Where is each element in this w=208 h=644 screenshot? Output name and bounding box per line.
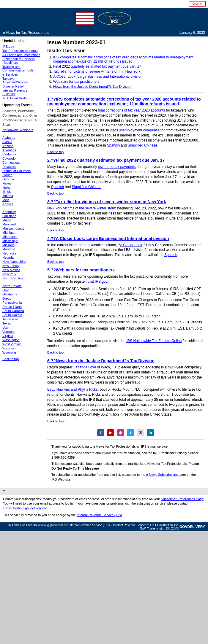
share-button[interactable]: SHARE (189, 1, 206, 7)
sidebar-state-montana[interactable]: Montana (2, 247, 40, 251)
sidebar-state-arkansas[interactable]: Arkansas (2, 148, 40, 152)
s1-link-uc[interactable]: unemployment compensation (119, 128, 166, 132)
sidebar-state-texas[interactable]: Texas (2, 322, 40, 325)
section-1-link[interactable]: 1.??IRS completes automatic corrections … (47, 97, 201, 106)
s6-link-hawkins[interactable]: Betty Hawkins and Phyllis Ricks (47, 387, 98, 392)
linkedin-icon[interactable]: in (147, 429, 154, 436)
s2-link-spanish[interactable]: Spanish (51, 185, 64, 189)
twitter-icon[interactable]: t (127, 429, 134, 436)
sidebar-state-massachusetts[interactable]: Massachusetts (2, 227, 40, 230)
sidebar-state-oklahoma[interactable]: Oklahoma (2, 292, 40, 296)
s4-back-to-top-link[interactable]: Back to top (47, 260, 64, 263)
s2-back-to-top-link[interactable]: Back to top (47, 192, 64, 195)
sidebar-link-training[interactable]: Training and Communication Tools (2, 65, 40, 72)
sidebar-state-new-jersey[interactable]: New Jersey (2, 264, 40, 268)
sidebar-state-hawaii[interactable]: Hawaii (2, 182, 40, 185)
youtube-icon[interactable]: ▶ (107, 429, 114, 436)
sidebar-state-oregon[interactable]: Oregon (2, 297, 40, 300)
sidebar-state-new-hampshire[interactable]: New Hampshire (2, 260, 40, 263)
sidebar-state-maryland[interactable]: Maryland (2, 222, 40, 226)
s1-link-spanish[interactable]: Spanish (107, 143, 120, 147)
sidebar-state-iowa[interactable]: Iowa (2, 198, 40, 202)
s1-back-to-top-link[interactable]: Back to top (47, 150, 64, 154)
sidebar-state-nevada[interactable]: Nevada (2, 256, 40, 259)
sidebar-link-irb[interactable]: Internal Revenue Bulletins (2, 89, 40, 96)
s1-link-corrections[interactable]: final corrections of tax year 2020 accou… (98, 108, 165, 112)
sidebar-state-california[interactable]: California (2, 152, 40, 156)
sidebar-state-new-york[interactable]: New York (2, 272, 40, 276)
toc-link-3[interactable]: Tax relief for victims of severe winter … (53, 69, 140, 74)
s4-link-closer-look[interactable]: A Closer Look (120, 243, 142, 247)
sidebar-link-taxpayer-advocate[interactable]: Taxpayer Advocate/Service (2, 77, 40, 84)
sidebar-state-virginia[interactable]: Virginia (2, 334, 40, 338)
sidebar-state-wyoming[interactable]: Wyoming (2, 351, 40, 354)
sidebar-link-nationwide[interactable]: Nationwide Webinars (2, 128, 40, 132)
toc-link-1[interactable]: IRS completes automatic corrections of t… (53, 55, 193, 63)
s2-link-estimated[interactable]: estimated tax payments (98, 165, 136, 169)
sidebar-link-disaster-relief[interactable]: Disaster Relief (2, 85, 40, 88)
sidebar-state-kansas[interactable]: Kansas (2, 202, 40, 206)
s6-link-loyd[interactable]: Labanda Loyd (73, 365, 96, 369)
s4-link-spanish[interactable]: Spanish (164, 253, 177, 257)
s1-link-chinese[interactable]: Simplified Chinese (128, 143, 157, 147)
sidebar-state-idaho[interactable]: Idaho (2, 186, 40, 189)
subscriberhelp-link[interactable]: subscriberhelp.govdelivery.com (3, 506, 48, 510)
sidebar-state-north-carolina[interactable]: North Carolina (2, 276, 40, 280)
toc-link-4[interactable]: A Closer Look: Large Business and Intern… (53, 74, 142, 79)
s5-link-irsgov[interactable]: visit IRS.gov (88, 279, 107, 284)
sidebar-link-forms[interactable]: All Forms and Instructions (2, 53, 40, 57)
irs-link[interactable]: Internal Revenue Service (IRS) (77, 513, 122, 517)
sidebar-back-to-top-link[interactable]: Back to top (2, 357, 40, 361)
section-6-link[interactable]: 6.??News from the Justice Department?s T… (47, 358, 155, 363)
section-3-link[interactable]: 3.??Tax relief for victims of severe win… (47, 199, 166, 204)
sidebar-link-social-media[interactable]: IRS Social Media (2, 96, 40, 100)
sidebar-state-connecticut[interactable]: Connecticut (2, 161, 40, 164)
subscriber-prefs-link[interactable]: Subscriber Preferences Page (161, 497, 204, 501)
section-4-link[interactable]: 4.??A Closer Look: Large Business and In… (47, 236, 169, 241)
sidebar-state-alabama[interactable]: Alabama (2, 136, 40, 139)
sidebar-state-south-carolina[interactable]: South Carolina (2, 309, 40, 313)
sidebar-state-vermont[interactable]: Vermont (2, 330, 40, 333)
section-5-link[interactable]: 5.??Webinars for tax practitioners (47, 268, 115, 272)
section-2-link[interactable]: 2.??Final 2022 quarterly estimated tax p… (47, 158, 165, 163)
sidebar-state-west-virginia[interactable]: West Virginia (2, 342, 40, 346)
sidebar-state-south-dakota[interactable]: South Dakota (2, 313, 40, 317)
sidebar-state-new-mexico[interactable]: New Mexico (2, 268, 40, 272)
sidebar-state-alaska[interactable]: Alaska (2, 140, 40, 144)
toc-link-5[interactable]: Webinars for tax practitioners (53, 79, 100, 84)
sidebar-state-tennessee[interactable]: Tennessee (2, 317, 40, 321)
sidebar-state-pennsylvania[interactable]: Pennsylvania (2, 301, 40, 304)
instagram-icon[interactable]: ◉ (117, 429, 124, 436)
sidebar-state-minnesota[interactable]: Minnesota (2, 235, 40, 238)
sidebar-link-stakeholders[interactable]: Stakeholders Partners' Headliners (2, 57, 40, 64)
sidebar-state-washington[interactable]: Washington (2, 338, 40, 342)
sidebar-state-delaware[interactable]: Delaware (2, 165, 40, 168)
s5-link-forums[interactable]: IRS Nationwide Tax Forums Online (126, 339, 182, 343)
sidebar-link-irsgov[interactable]: IRS.gov (2, 45, 40, 48)
sidebar-state-north-dakota[interactable]: North Dakota (2, 284, 40, 288)
sidebar-state-nebraska[interactable]: Nebraska (2, 252, 40, 255)
sidebar-state-georgia[interactable]: Georgia (2, 177, 40, 181)
s5-back-to-top-link[interactable]: Back to top (47, 351, 64, 354)
s2-link-chinese[interactable]: Simplified Chinese (72, 185, 101, 189)
sidebar-state-michigan[interactable]: Michigan (2, 231, 40, 234)
sidebar-state-indiana[interactable]: Indiana (2, 194, 40, 198)
sidebar-link-eservices[interactable]: e-Services (2, 73, 40, 76)
sidebar-state-rhode-island[interactable]: Rhode Island (2, 305, 40, 309)
sidebar-state-florida[interactable]: Florida (2, 173, 40, 177)
sidebar-state-missouri[interactable]: Missouri (2, 243, 40, 247)
sidebar-state-colorado[interactable]: Colorado (2, 157, 40, 160)
s3-back-to-top-link[interactable]: Back to top (47, 228, 64, 232)
sidebar-state-illinois[interactable]: Illinois (2, 190, 40, 193)
sidebar-state-maine[interactable]: Maine (2, 218, 40, 222)
sidebar-state-dc[interactable]: District of Columbia (2, 169, 40, 173)
enews-subscriptions-link[interactable]: e-News Subscriptions (146, 473, 178, 476)
sidebar-state-utah[interactable]: Utah (2, 326, 40, 329)
facebook-icon[interactable]: f (97, 429, 104, 436)
toc-link-2[interactable]: Final 2022 quarterly estimated tax payme… (53, 64, 141, 69)
sidebar-state-wisconsin[interactable]: Wisconsin (2, 346, 40, 350)
s3-link-storm[interactable]: New York victims of the severe winter st… (47, 206, 116, 210)
sidebar-state-mississippi[interactable]: Mississippi (2, 239, 40, 243)
sidebar-state-kentucky[interactable]: Kentucky (2, 210, 40, 214)
sidebar-state-louisiana[interactable]: Louisiana (2, 214, 40, 218)
